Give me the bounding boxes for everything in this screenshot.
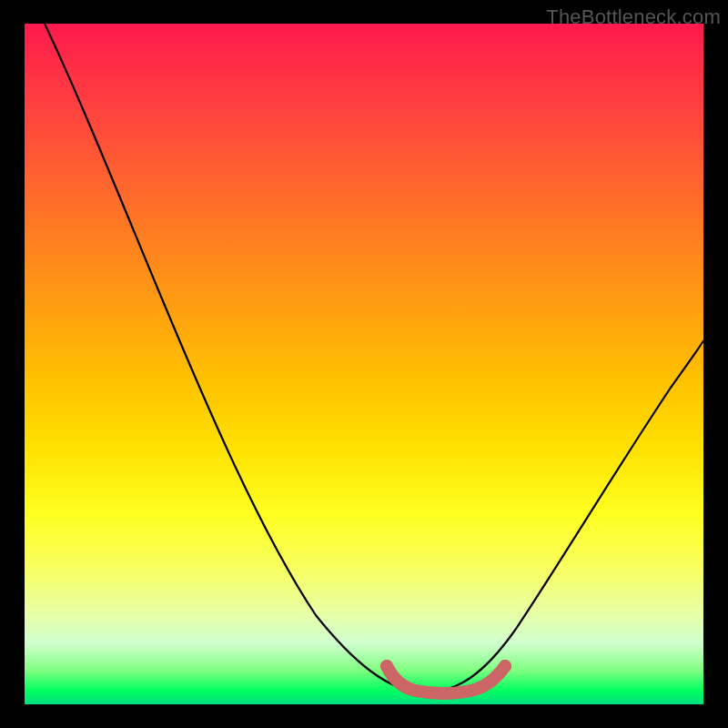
watermark-text: TheBottleneck.com	[546, 5, 721, 29]
optimal-start-dot	[380, 660, 393, 672]
bottleneck-curve	[45, 24, 703, 693]
chart-frame: TheBottleneck.com	[0, 0, 728, 728]
optimal-band	[387, 666, 505, 693]
curve-layer	[25, 24, 703, 704]
optimal-end-dot	[499, 660, 511, 672]
plot-area	[25, 24, 703, 704]
